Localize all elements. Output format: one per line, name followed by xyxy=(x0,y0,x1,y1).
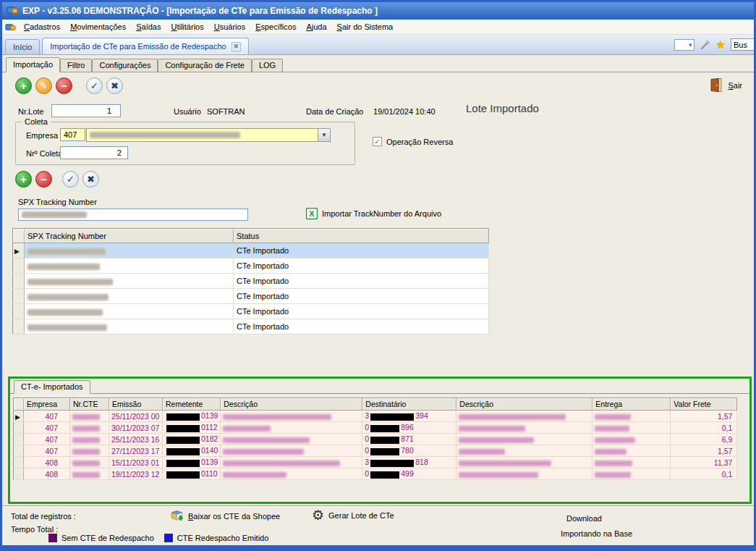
door-icon xyxy=(710,77,723,93)
tracking-row[interactable]: CTe Importado xyxy=(13,304,489,319)
cell-destinatario: 3818 xyxy=(362,457,456,468)
blurred-text xyxy=(595,472,631,478)
status-bar: Total de registros : Baixar os CTE da Sh… xyxy=(2,506,754,545)
svg-text:X: X xyxy=(309,209,315,218)
gear-icon: ⚙ xyxy=(312,508,324,522)
cte-row[interactable]: 408 15/11/2023 01 0139 3818 11,37 xyxy=(14,457,737,468)
subtab-filtro[interactable]: Filtro xyxy=(60,59,92,72)
status-legend: Sem CTE de Redespacho CTE Redespacho Emi… xyxy=(48,534,268,542)
col-descricao-destinatario[interactable]: Descrição xyxy=(456,398,593,411)
cte-row[interactable]: 407 25/11/2023 16 0182 0871 6,9 xyxy=(14,434,737,445)
nr-coleta-label: Nrº Coleta xyxy=(26,149,62,158)
menu-item-especificos[interactable]: Específicos xyxy=(250,20,301,33)
cell-tracking-number xyxy=(25,243,234,258)
col-empresa[interactable]: Empresa xyxy=(24,398,70,411)
cell-remetente: 0182 xyxy=(163,434,221,445)
sair-label: Sair xyxy=(728,81,742,90)
coleta-groupbox: Coleta Empresa 407 ▼ Nrº Coleta 2 xyxy=(15,122,355,165)
col-remetente[interactable]: Remetente xyxy=(163,398,221,411)
col-nr-cte[interactable]: Nr.CTE xyxy=(70,398,109,411)
tracking-row[interactable]: CTe Importado xyxy=(13,274,489,289)
legend-color-emitido xyxy=(164,534,173,542)
favorites-star-icon[interactable]: ★ xyxy=(716,39,726,50)
cte-row[interactable]: 407 30/11/2023 07 0112 0896 0,1 xyxy=(14,422,737,434)
cancel-tracking-button[interactable]: ✖ xyxy=(82,171,99,188)
tracking-row[interactable]: CTe Importado xyxy=(13,319,489,335)
data-criacao-value: 19/01/2024 10:40 xyxy=(373,107,436,116)
indicator-column-header xyxy=(14,398,24,411)
wand-icon[interactable] xyxy=(700,39,711,51)
col-destinatario[interactable]: Destinatário xyxy=(362,398,456,411)
cell-valor-frete: 0,1 xyxy=(671,422,737,434)
importar-tracknumber-button[interactable]: X Importar TrackNumber do Arquivo xyxy=(306,208,441,219)
add-tracking-button[interactable]: + xyxy=(15,171,32,188)
confirm-lote-button[interactable]: ✓ xyxy=(86,77,103,94)
tracking-toolbar: + − ✓ ✖ xyxy=(15,171,99,188)
cte-row[interactable]: 407 27/11/2023 17 0140 0780 1,57 xyxy=(14,445,737,457)
search-input[interactable] xyxy=(731,38,756,51)
cell-empresa: 407 xyxy=(24,411,70,422)
tab-inicio[interactable]: Início xyxy=(5,39,40,54)
cell-descricao-remetente xyxy=(221,457,362,468)
delete-lote-button[interactable]: − xyxy=(56,77,72,94)
subtab-importacao[interactable]: Importação xyxy=(6,57,60,72)
menu-item-saidas[interactable]: Saídas xyxy=(131,20,166,33)
cell-valor-frete: 0,1 xyxy=(671,468,737,480)
menu-item-cadastros[interactable]: Cadastros xyxy=(19,20,65,33)
menu-item-utilitarios[interactable]: Utilitários xyxy=(166,20,208,33)
cancel-lote-button[interactable]: ✖ xyxy=(106,77,123,94)
sair-button[interactable]: Sair xyxy=(710,77,742,93)
col-valor-frete[interactable]: Valor Frete xyxy=(671,398,737,411)
redacted-text xyxy=(370,425,399,432)
cell-descricao-remetente xyxy=(221,434,362,445)
col-status[interactable]: Status xyxy=(234,229,489,243)
tab-cte-importados[interactable]: CT-e- Importados xyxy=(14,380,90,394)
empresa-code-input[interactable]: 407 xyxy=(60,128,85,141)
menu-item-movimentacoes[interactable]: Movimentações xyxy=(65,20,131,33)
nr-lote-input[interactable]: 1 xyxy=(51,104,121,117)
dropdown-arrow-icon: ▼ xyxy=(321,132,327,138)
subtab-configuracao-de-frete[interactable]: Configuração de Frete xyxy=(158,59,251,72)
blurred-text xyxy=(459,460,551,466)
window-title: EXP - v3.25.06 DEMONSTRAÇÃO - [Importaçã… xyxy=(22,6,378,16)
operacao-reversa-checkbox[interactable]: ✓ Operação Reversa xyxy=(373,137,453,146)
cell-valor-frete: 1,57 xyxy=(671,445,737,457)
blurred-text xyxy=(27,294,109,300)
menu-item-usuarios[interactable]: Usuários xyxy=(209,20,250,33)
delete-tracking-button[interactable]: − xyxy=(35,171,52,188)
col-spx-tracking-number[interactable]: SPX Tracking Number xyxy=(25,229,234,243)
cell-descricao-destinatario xyxy=(456,422,593,434)
col-descricao-remetente[interactable]: Descrição xyxy=(221,398,362,411)
tab-importacao-cte[interactable]: Importação de CTe para Emissão de Redesp… xyxy=(42,38,248,54)
col-entrega[interactable]: Entrega xyxy=(593,398,671,411)
tracking-row[interactable]: CTe Importado xyxy=(13,289,489,304)
cell-emissao: 25/11/2023 00 xyxy=(109,411,163,422)
tracking-row[interactable]: ▶ CTe Importado xyxy=(13,243,489,258)
subtab-log[interactable]: LOG xyxy=(252,59,283,72)
combo-dropdown-icon[interactable]: ▼ xyxy=(318,129,330,141)
nr-coleta-input[interactable]: 2 xyxy=(60,146,128,159)
baixar-cte-shopee-button[interactable]: Baixar os CTE da Shopee xyxy=(170,510,280,522)
gerar-lote-cte-button[interactable]: ⚙ Gerar Lote de CTe xyxy=(312,508,394,522)
spx-tracking-input[interactable] xyxy=(18,209,248,221)
confirm-tracking-button[interactable]: ✓ xyxy=(62,171,79,188)
check-icon: ✓ xyxy=(67,174,75,184)
empresa-combobox[interactable]: ▼ xyxy=(86,128,331,142)
subtab-configuracoes[interactable]: Configurações xyxy=(92,59,158,72)
minus-icon: − xyxy=(61,80,67,91)
menu-item-sair-do-sistema[interactable]: Sair do Sistema xyxy=(332,20,399,33)
indicator-column-header xyxy=(13,229,25,243)
menu-item-ajuda[interactable]: Ajuda xyxy=(301,20,331,33)
col-emissao[interactable]: Emissão xyxy=(109,398,163,411)
tracking-row[interactable]: CTe Importado xyxy=(13,258,489,274)
spx-tracking-label: SPX Tracking Number xyxy=(18,198,97,206)
quick-filter-dropdown[interactable]: ▾ xyxy=(674,39,695,51)
cte-row[interactable]: ▶ 407 25/11/2023 00 0139 3394 1,57 xyxy=(14,411,737,422)
importar-tracknumber-label: Importar TrackNumber do Arquivo xyxy=(322,209,441,218)
empresa-label: Empresa xyxy=(26,131,58,140)
close-tab-icon[interactable]: ✖ xyxy=(232,42,241,51)
add-lote-button[interactable]: + xyxy=(15,77,32,94)
edit-lote-button[interactable]: ✎ xyxy=(35,77,52,94)
blurred-text xyxy=(223,460,340,466)
cte-row[interactable]: 408 19/11/2023 12 0110 0499 0,1 xyxy=(14,468,737,480)
